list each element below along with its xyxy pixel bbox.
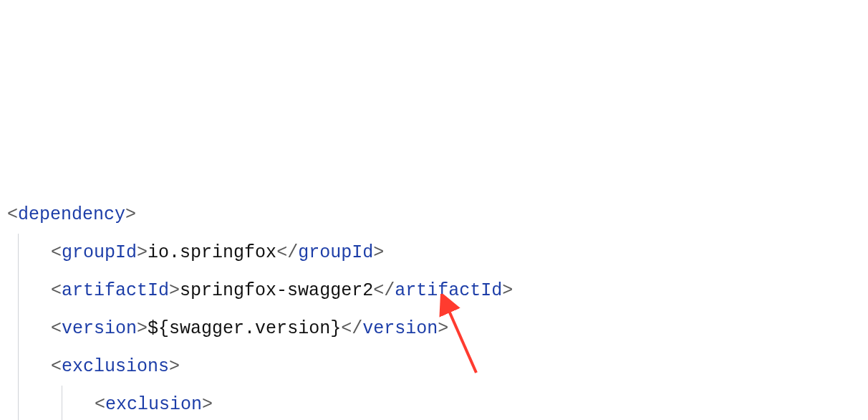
- punct: >: [438, 318, 448, 339]
- punct: >: [502, 280, 513, 301]
- tag-groupid-open: groupId: [62, 242, 137, 263]
- tag-version-open: version: [62, 318, 137, 339]
- punct: >: [137, 318, 148, 339]
- tag-exclusions-open: exclusions: [62, 356, 169, 377]
- punct: <: [341, 318, 352, 339]
- code-line: <exclusions>: [7, 356, 180, 377]
- text-version: ${swagger.version}: [148, 318, 341, 339]
- punct: >: [169, 356, 180, 377]
- code-line: <version>${swagger.version}</version>: [7, 318, 448, 339]
- code-block: <dependency> <groupId>io.springfox</grou…: [7, 158, 861, 420]
- punct: >: [125, 204, 136, 225]
- tag-artifactid-open: artifactId: [62, 280, 169, 301]
- punct: >: [202, 394, 213, 415]
- code-line: <artifactId>springfox-swagger2</artifact…: [7, 280, 513, 301]
- punct: <: [276, 242, 287, 263]
- punct: <: [51, 356, 62, 377]
- tag-groupid-close: groupId: [298, 242, 373, 263]
- punct: <: [51, 242, 62, 263]
- punct: <: [7, 204, 18, 225]
- code-line: <groupId>io.springfox</groupId>: [7, 242, 384, 263]
- tag-artifactid-close: artifactId: [395, 280, 502, 301]
- code-line: <dependency>: [7, 204, 136, 225]
- code-line: <exclusion>: [7, 394, 213, 415]
- tag-dependency-open: dependency: [18, 204, 125, 225]
- text-artifactid: springfox-swagger2: [180, 280, 373, 301]
- punct: <: [51, 280, 62, 301]
- punct: >: [373, 242, 384, 263]
- text-groupid: io.springfox: [148, 242, 276, 263]
- punct: >: [169, 280, 180, 301]
- punct: /: [384, 280, 395, 301]
- punct: <: [95, 394, 105, 415]
- tag-exclusion-open: exclusion: [105, 394, 202, 415]
- punct: <: [373, 280, 384, 301]
- punct: /: [287, 242, 298, 263]
- punct: <: [51, 318, 62, 339]
- punct: /: [352, 318, 362, 339]
- punct: >: [137, 242, 148, 263]
- tag-version-close: version: [362, 318, 438, 339]
